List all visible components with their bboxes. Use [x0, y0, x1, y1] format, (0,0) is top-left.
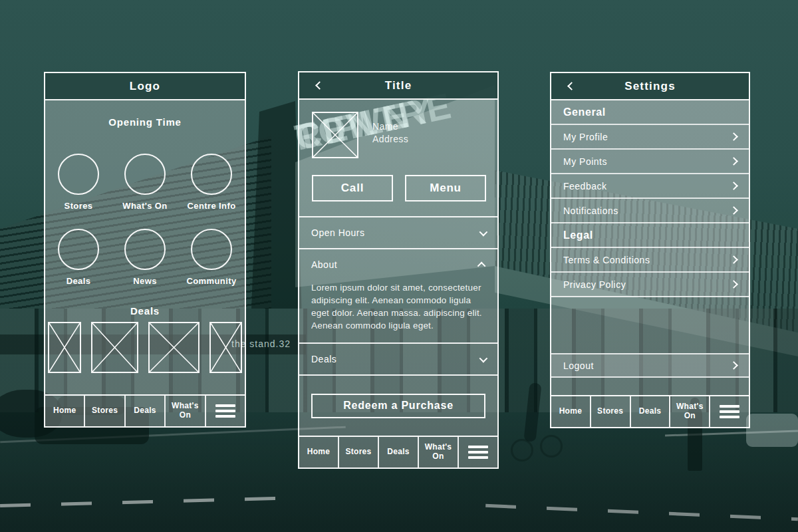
home-screen: Logo Opening Time Stores What's On Centr… [44, 72, 246, 428]
detail-title: Title [385, 79, 412, 92]
settings-item-logout[interactable]: Logout [551, 353, 749, 378]
circle-placeholder-icon [124, 229, 166, 270]
chevron-right-icon [730, 255, 738, 264]
redeem-purchase-button[interactable]: Redeem a Purchase [311, 394, 485, 418]
settings-section-general: General [551, 100, 749, 125]
accordion-label: About [311, 259, 337, 270]
settings-title: Settings [624, 80, 676, 93]
settings-item-my-profile[interactable]: My Profile [551, 125, 749, 150]
row-label: Privacy Policy [563, 279, 626, 290]
row-label: Logout [563, 360, 594, 371]
settings-item-notifications[interactable]: Notifications [551, 199, 749, 223]
nav-whats-on-button[interactable]: What's On [419, 437, 459, 467]
settings-item-privacy-policy[interactable]: Privacy Policy [551, 273, 749, 297]
detail-screen: Title Name Address Call Menu Open Hours … [298, 71, 499, 469]
nav-deals-button[interactable]: Deals [126, 396, 166, 426]
home-tile-whats-on[interactable]: What's On [112, 154, 178, 211]
bottom-nav: Home Stores Deals What's On [551, 395, 749, 427]
deal-card-placeholder[interactable] [209, 322, 242, 373]
call-button[interactable]: Call [312, 175, 393, 201]
image-placeholder-icon [312, 112, 358, 158]
settings-header: Settings [551, 73, 749, 100]
settings-spacer [551, 297, 749, 353]
nav-home-button[interactable]: Home [551, 396, 591, 427]
deal-card-placeholder[interactable] [48, 322, 81, 373]
row-label: Notifications [563, 205, 618, 216]
home-tile-deals[interactable]: Deals [45, 229, 112, 286]
nav-menu-button[interactable] [710, 396, 749, 427]
deal-card-placeholder[interactable] [148, 322, 200, 373]
section-label: General [563, 106, 606, 118]
tile-row: Stores What's On Centre Info [45, 154, 245, 211]
about-text: Lorem ipsum dolor sit amet, consectetuer… [299, 280, 497, 342]
nav-stores-button[interactable]: Stores [339, 437, 379, 467]
chevron-right-icon [730, 157, 738, 166]
nav-stores-button[interactable]: Stores [591, 396, 631, 427]
nav-deals-button[interactable]: Deals [631, 396, 671, 427]
bottom-nav: Home Stores Deals What's On [299, 436, 497, 467]
menu-button[interactable]: Menu [405, 175, 486, 201]
back-button[interactable] [310, 72, 329, 98]
back-button[interactable] [562, 73, 581, 99]
accordion-open-hours[interactable]: Open Hours [299, 216, 497, 248]
home-tile-centre-info[interactable]: Centre Info [178, 154, 245, 211]
settings-section-legal: Legal [551, 223, 749, 248]
chevron-up-icon [477, 261, 486, 270]
tile-label: News [133, 276, 157, 286]
tile-label: Community [186, 276, 236, 286]
back-chevron-icon [315, 81, 324, 90]
row-label: My Profile [563, 132, 608, 142]
nav-home-button[interactable]: Home [299, 437, 339, 467]
tile-label: Centre Info [187, 201, 235, 211]
nav-menu-button[interactable] [459, 437, 497, 467]
chevron-down-icon [479, 227, 488, 236]
home-tile-community[interactable]: Community [178, 229, 245, 286]
settings-list: General My Profile My Points Feedback No… [551, 100, 749, 395]
settings-screen: Settings General My Profile My Points Fe… [550, 72, 750, 428]
hamburger-menu-icon [215, 404, 235, 418]
home-tile-news[interactable]: News [112, 229, 178, 286]
accordion-deals[interactable]: Deals [299, 342, 497, 374]
chevron-right-icon [730, 206, 738, 215]
redeem-section: Redeem a Purchase [299, 374, 497, 436]
accordion-about: About Lorem ipsum dolor sit amet, consec… [299, 248, 497, 342]
nav-stores-button[interactable]: Stores [85, 396, 125, 426]
chevron-right-icon [730, 182, 738, 190]
settings-item-feedback[interactable]: Feedback [551, 174, 749, 199]
deals-carousel [48, 322, 242, 373]
store-identity: Name Address [372, 120, 408, 146]
home-header: Logo [45, 73, 245, 100]
chevron-right-icon [730, 361, 738, 370]
circle-placeholder-icon [191, 229, 232, 270]
settings-item-terms-conditions[interactable]: Terms & Conditions [551, 248, 749, 273]
store-profile: Name Address Call Menu [299, 100, 497, 216]
nav-whats-on-button[interactable]: What's On [166, 396, 205, 426]
home-title: Logo [130, 80, 160, 93]
settings-item-my-points[interactable]: My Points [551, 150, 749, 174]
circle-placeholder-icon [58, 229, 99, 270]
nav-menu-button[interactable] [206, 396, 245, 426]
tile-label: Stores [65, 201, 93, 211]
tile-label: What's On [122, 201, 167, 211]
deal-card-placeholder[interactable] [91, 322, 138, 373]
accordion-about-header[interactable]: About [299, 249, 497, 280]
nav-whats-on-button[interactable]: What's On [670, 396, 710, 427]
accordion-label: Deals [311, 354, 336, 364]
row-label: Terms & Conditions [563, 255, 650, 265]
bicycle-wheel [540, 435, 563, 458]
hamburger-menu-icon [720, 405, 739, 418]
section-label: Legal [563, 229, 593, 241]
deals-heading: Deals [45, 305, 245, 317]
row-label: My Points [563, 156, 607, 167]
store-name: Name [372, 120, 408, 133]
wireframe-mockup-canvas: RIPLEY TOWN CENTRE the stand.32 Logo Ope… [0, 0, 798, 532]
circle-placeholder-icon [191, 154, 232, 195]
home-tile-stores[interactable]: Stores [45, 154, 112, 211]
home-body: Opening Time Stores What's On Centre Inf… [45, 100, 245, 394]
nav-home-button[interactable]: Home [45, 396, 85, 426]
opening-time-heading: Opening Time [45, 116, 245, 128]
nav-deals-button[interactable]: Deals [379, 437, 419, 467]
action-buttons: Call Menu [312, 175, 486, 201]
detail-header: Title [299, 72, 497, 100]
back-chevron-icon [567, 82, 576, 90]
